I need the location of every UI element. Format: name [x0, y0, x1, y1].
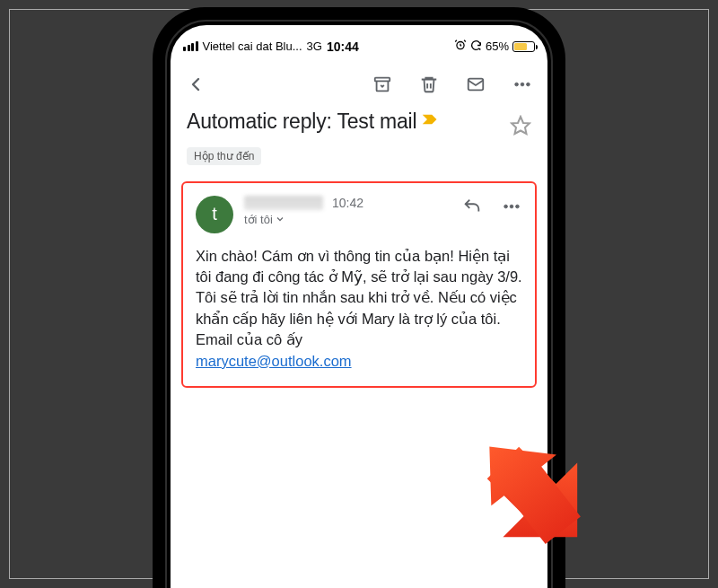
message-time: 10:42 — [332, 196, 363, 210]
message-header: t 10:42 tới tôi — [196, 196, 522, 233]
inbox-label-chip[interactable]: Hộp thư đến — [187, 147, 261, 165]
reply-button[interactable] — [461, 196, 483, 217]
more-button[interactable] — [512, 74, 533, 95]
message-card-highlighted: t 10:42 tới tôi — [181, 181, 537, 389]
image-frame: Viettel cai dat Blu... 3G 10:44 65% — [9, 9, 709, 579]
message-body: Xin chào! Cám ơn vì thông tin của bạn! H… — [196, 246, 522, 373]
status-time: 10:44 — [327, 39, 359, 54]
battery-icon — [512, 41, 535, 52]
body-text: Xin chào! Cám ơn vì thông tin của bạn! H… — [196, 248, 522, 348]
archive-button[interactable] — [372, 74, 393, 95]
message-more-button[interactable] — [501, 196, 522, 217]
sender-avatar[interactable]: t — [196, 196, 233, 233]
delete-button[interactable] — [418, 74, 440, 95]
email-toolbar — [171, 59, 547, 110]
recipient-dropdown[interactable]: tới tôi — [244, 213, 454, 226]
alarm-icon — [454, 39, 467, 54]
status-bar: Viettel cai dat Blu... 3G 10:44 65% — [171, 34, 547, 59]
svg-point-9 — [516, 205, 520, 208]
svg-point-8 — [510, 205, 513, 208]
email-link[interactable]: marycute@outlook.com — [196, 353, 352, 369]
phone-screen: Viettel cai dat Blu... 3G 10:44 65% — [171, 25, 547, 589]
mark-unread-button[interactable] — [465, 74, 486, 95]
status-left: Viettel cai dat Blu... 3G 10:44 — [183, 39, 359, 54]
important-marker-icon[interactable] — [422, 113, 438, 129]
svg-point-7 — [504, 205, 508, 208]
phone-device: Viettel cai dat Blu... 3G 10:44 65% — [153, 7, 565, 589]
svg-point-4 — [521, 83, 524, 86]
phone-bezel: Viettel cai dat Blu... 3G 10:44 65% — [165, 20, 553, 589]
star-button[interactable] — [510, 115, 531, 140]
message-area: t 10:42 tới tôi — [171, 165, 547, 389]
svg-point-5 — [527, 83, 530, 86]
svg-rect-1 — [375, 77, 390, 81]
svg-marker-6 — [512, 117, 530, 134]
status-right: 65% — [454, 39, 535, 54]
sync-icon — [470, 39, 482, 54]
carrier-text: Viettel cai dat Blu... — [203, 39, 302, 53]
chevron-down-icon — [275, 214, 285, 224]
battery-percent: 65% — [486, 39, 509, 53]
network-text: 3G — [307, 39, 322, 53]
svg-point-3 — [515, 83, 519, 86]
signal-icon — [183, 41, 198, 51]
email-subject: Automatic reply: Test mail — [187, 110, 416, 134]
back-button[interactable] — [185, 74, 206, 95]
subject-row: Automatic reply: Test mail — [171, 110, 547, 144]
sender-name-obscured — [244, 196, 323, 210]
recipient-text: tới tôi — [244, 213, 273, 226]
battery-fill — [514, 43, 527, 50]
